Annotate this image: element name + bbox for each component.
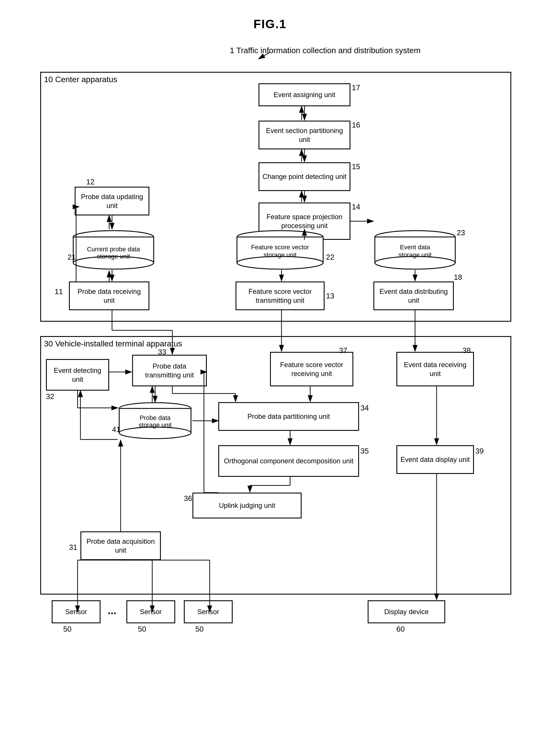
event-detecting-box: Event detecting unit [46, 359, 109, 391]
page-title: FIG.1 [0, 17, 540, 31]
n50b-label: 50 [138, 625, 146, 634]
probe-acquisition-box: Probe data acquisition unit [80, 531, 161, 560]
n41-label: 41 [112, 425, 120, 434]
svg-text:storage unit: storage unit [264, 251, 297, 259]
sensor3-box: Sensor [184, 600, 233, 623]
probe-updating-box: Probe data updating unit [75, 187, 149, 215]
uplink-judging-box: Uplink judging unit [193, 493, 302, 518]
n17-label: 17 [352, 83, 360, 92]
n14-label: 14 [352, 202, 360, 211]
probe-partitioning-box: Probe data partitioning unit [218, 402, 359, 431]
event-section-box: Event section partitioning unit [258, 121, 350, 149]
probe-transmitting-box: Probe data transmitting unit [132, 355, 207, 386]
feature-score-receiving-box: Feature score vector receiving unit [270, 352, 353, 386]
svg-text:storage unit: storage unit [97, 253, 130, 260]
n15-label: 15 [352, 162, 360, 171]
event-data-storage: Event data storage unit [373, 230, 457, 270]
vehicle-region-label: 30 Vehicle-installed terminal apparatus [44, 339, 182, 348]
n23-label: 23 [457, 228, 465, 237]
probe-storage-vehicle: Probe data storage unit [118, 402, 193, 440]
n50a-label: 50 [63, 625, 71, 634]
sensor-dots: ··· [108, 607, 116, 620]
n31-label: 31 [69, 543, 77, 552]
n36-label: 36 [184, 494, 192, 503]
n34-label: 34 [360, 404, 369, 413]
event-display-box: Event data display unit [396, 445, 474, 474]
n50c-label: 50 [195, 625, 203, 634]
n22-label: 22 [326, 253, 334, 262]
event-receiving-box: Event data receiving unit [396, 352, 474, 386]
event-assigning-box: Event assigning unit [258, 83, 350, 106]
svg-text:storage unit: storage unit [399, 251, 432, 259]
feature-score-storage: Feature score vector storage unit [235, 230, 325, 270]
svg-text:Feature score vector: Feature score vector [251, 244, 309, 251]
n11-label: 11 [55, 287, 63, 296]
n12-label: 12 [86, 178, 94, 187]
system-label: 1 Traffic information collection and dis… [230, 46, 421, 55]
svg-text:Current probe data: Current probe data [87, 246, 140, 253]
display-device-box: Display device [368, 600, 445, 623]
n38-label: 38 [463, 346, 471, 355]
n39-label: 39 [475, 446, 484, 455]
orthogonal-box: Orthogonal component decomposition unit [218, 445, 359, 477]
svg-text:storage unit: storage unit [139, 421, 172, 429]
n16-label: 16 [352, 121, 360, 130]
n32-label: 32 [46, 392, 54, 401]
svg-point-17 [119, 427, 191, 439]
n60-label: 60 [396, 625, 405, 634]
svg-text:Event data: Event data [400, 244, 430, 251]
n18-label: 18 [454, 273, 462, 282]
n13-label: 13 [326, 292, 334, 301]
sensor1-box: Sensor [52, 600, 100, 623]
probe-receiving-box: Probe data receiving unit [69, 282, 149, 310]
sensor2-box: Sensor [126, 600, 175, 623]
n37-label: 37 [339, 346, 347, 355]
change-point-box: Change point detecting unit [258, 162, 350, 191]
event-distributing-box: Event data distributing unit [373, 282, 454, 310]
n33-label: 33 [158, 347, 166, 356]
center-region-label: 10 Center apparatus [44, 75, 117, 84]
n35-label: 35 [360, 446, 369, 455]
n21-label: 21 [68, 253, 76, 262]
current-probe-storage: Current probe data storage unit [72, 230, 155, 270]
svg-text:Probe data: Probe data [140, 414, 171, 421]
feature-score-transmitting-box: Feature score vector transmitting unit [235, 282, 325, 310]
